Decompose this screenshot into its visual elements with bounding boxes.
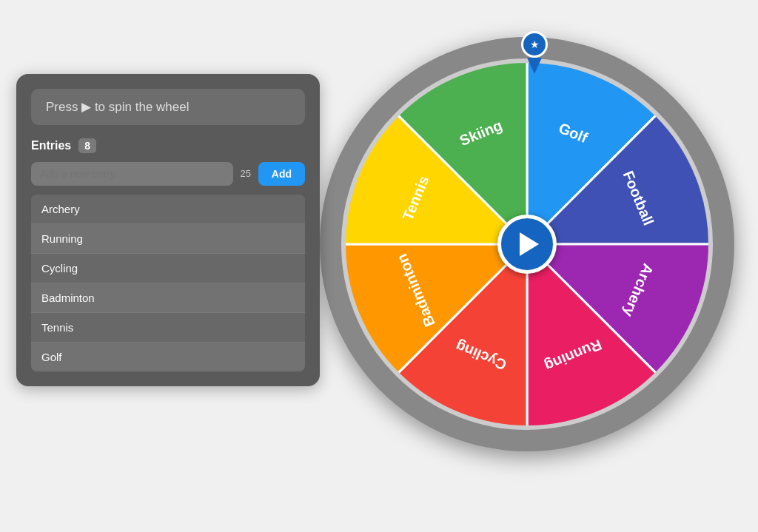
list-item: Cycling <box>31 254 305 283</box>
char-count: 25 <box>238 168 254 179</box>
list-item: Golf <box>31 343 305 371</box>
spin-label: Press ▶ to spin the wheel <box>46 99 189 115</box>
list-item: Archery <box>31 195 305 224</box>
wheel-pin: ★ <box>518 31 551 71</box>
wheel-center-button[interactable] <box>497 215 557 274</box>
entries-header: Entries 8 <box>31 138 305 153</box>
left-panel: Press ▶ to spin the wheel Entries 8 25 A… <box>16 74 320 386</box>
pin-arrow <box>527 58 542 74</box>
play-icon <box>520 232 539 256</box>
list-item: Running <box>31 224 305 254</box>
wheel-outer: GolfFootballArcheryRunningCyclingBadmint… <box>320 37 734 451</box>
spin-button-bar[interactable]: Press ▶ to spin the wheel <box>31 89 305 125</box>
entries-count: 8 <box>78 138 96 153</box>
wheel-container: ★ GolfFootballArcheryRunningCyclingBadmi… <box>312 15 742 444</box>
add-button[interactable]: Add <box>258 162 305 186</box>
pin-circle: ★ <box>521 31 548 58</box>
entries-list: ArcheryRunningCyclingBadmintonTennisGolf <box>31 195 305 371</box>
list-item: Badminton <box>31 283 305 313</box>
entries-label: Entries <box>31 139 71 152</box>
pin-star: ★ <box>530 38 540 50</box>
main-container: Press ▶ to spin the wheel Entries 8 25 A… <box>16 15 742 518</box>
list-item: Tennis <box>31 313 305 343</box>
add-entry-row: 25 Add <box>31 162 305 186</box>
add-entry-input[interactable] <box>31 162 233 186</box>
